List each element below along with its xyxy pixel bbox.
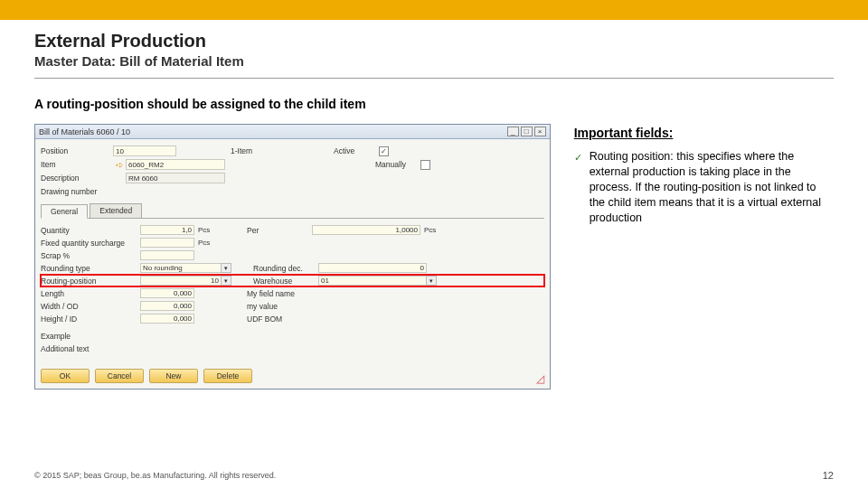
item-field[interactable]: 6060_RM2 xyxy=(126,159,225,170)
item-id-label: 1-Item xyxy=(231,146,252,155)
rounding-dec-field[interactable]: 0 xyxy=(318,263,427,273)
important-fields-heading: Important fields: xyxy=(574,126,834,140)
example-label: Example xyxy=(41,332,140,341)
per-label: Per xyxy=(247,226,312,235)
position-label: Position xyxy=(41,146,113,155)
dropdown-icon[interactable]: ▾ xyxy=(426,276,437,286)
cancel-button[interactable]: Cancel xyxy=(95,369,144,383)
checkmark-icon: ✓ xyxy=(574,151,582,225)
bom-window: Bill of Materials 6060 / 10 _ □ × Positi… xyxy=(34,124,551,389)
routing-position-row: Routing-position 10 ▾ Warehouse 01 ▾ xyxy=(41,275,544,286)
window-controls: _ □ × xyxy=(507,127,546,136)
right-column: Important fields: ✓ Routing position: th… xyxy=(574,97,834,389)
window-title: Bill of Materials 6060 / 10 xyxy=(39,127,130,136)
width-field[interactable]: 0,000 xyxy=(140,301,194,311)
bullet-text: Routing position: this specifies where t… xyxy=(590,149,834,225)
dropdown-icon[interactable]: ▾ xyxy=(221,263,231,273)
myvalue-label: my value xyxy=(247,302,312,311)
manually-checkbox[interactable] xyxy=(420,160,430,170)
slide-header: External Production Master Data: Bill of… xyxy=(0,20,868,84)
tab-bar: General Extended xyxy=(41,203,544,219)
scrap-label: Scrap % xyxy=(41,251,140,260)
additional-text-label: Additional text xyxy=(41,344,140,353)
new-button[interactable]: New xyxy=(149,369,198,383)
rounding-type-label: Rounding type xyxy=(41,264,140,273)
content-area: A routing-position should be assigned to… xyxy=(0,84,868,389)
footer: © 2015 SAP; beas Group, be.as Manufactur… xyxy=(34,470,834,481)
manually-label: Manually xyxy=(375,160,420,169)
height-field[interactable]: 0,000 xyxy=(140,314,194,324)
active-label: Active xyxy=(334,146,379,155)
udfbom-label: UDF BOM xyxy=(247,314,312,324)
resize-handle-icon[interactable]: ◿ xyxy=(536,372,544,385)
quantity-label: Quantity xyxy=(41,226,140,235)
quantity-field[interactable]: 1,0 xyxy=(140,225,194,235)
fixed-surcharge-unit: Pcs xyxy=(198,239,225,247)
page-number: 12 xyxy=(823,470,834,481)
position-field[interactable]: 10 xyxy=(113,145,176,156)
instruction-text: A routing-position should be assigned to… xyxy=(34,97,551,111)
copyright-text: © 2015 SAP; beas Group, be.as Manufactur… xyxy=(34,471,276,480)
left-column: A routing-position should be assigned to… xyxy=(34,97,551,389)
ok-button[interactable]: OK xyxy=(41,369,90,383)
item-label: Item xyxy=(41,160,113,169)
bullet-item: ✓ Routing position: this specifies where… xyxy=(574,149,834,225)
tab-general[interactable]: General xyxy=(41,204,88,219)
scrap-field[interactable] xyxy=(140,250,194,260)
description-field: RM 6060 xyxy=(126,173,225,183)
dropdown-icon[interactable]: ▾ xyxy=(221,276,231,286)
close-icon[interactable]: × xyxy=(534,127,546,136)
delete-button[interactable]: Delete xyxy=(203,369,252,383)
divider xyxy=(34,78,834,79)
rounding-dec-label: Rounding dec. xyxy=(253,264,318,273)
description-label: Description xyxy=(41,174,113,183)
warehouse-field[interactable]: 01 xyxy=(318,276,427,286)
fixed-surcharge-field[interactable] xyxy=(140,238,194,248)
rounding-type-field[interactable]: No rounding xyxy=(140,263,222,273)
warehouse-label: Warehouse xyxy=(253,277,318,286)
button-bar: OK Cancel New Delete xyxy=(41,369,252,383)
length-label: Length xyxy=(41,289,140,298)
per-field[interactable]: 1,0000 xyxy=(312,225,420,235)
width-label: Width / OD xyxy=(41,302,140,311)
fixed-surcharge-label: Fixed quantity surcharge xyxy=(41,239,140,248)
quantity-unit: Pcs xyxy=(198,226,225,234)
routing-position-field[interactable]: 10 xyxy=(140,276,222,286)
link-arrow-icon[interactable]: ➪ xyxy=(116,160,123,170)
accent-bar xyxy=(0,0,868,20)
maximize-icon[interactable]: □ xyxy=(521,127,533,136)
window-titlebar[interactable]: Bill of Materials 6060 / 10 _ □ × xyxy=(35,125,550,139)
active-checkbox[interactable]: ✓ xyxy=(379,146,389,156)
tab-extended[interactable]: Extended xyxy=(90,203,142,218)
routing-position-label: Routing-position xyxy=(41,277,140,286)
page-title: External Production xyxy=(34,31,834,52)
per-unit: Pcs xyxy=(424,226,451,234)
height-label: Height / ID xyxy=(41,314,140,324)
page-subtitle: Master Data: Bill of Material Item xyxy=(34,53,834,69)
minimize-icon[interactable]: _ xyxy=(507,127,519,136)
length-field[interactable]: 0,000 xyxy=(140,288,194,298)
window-body: Position 10 1-Item Active ✓ Item ➪ 6060_… xyxy=(35,139,550,361)
drawing-label: Drawing number xyxy=(41,187,113,196)
myfield-label: My field name xyxy=(247,289,312,298)
